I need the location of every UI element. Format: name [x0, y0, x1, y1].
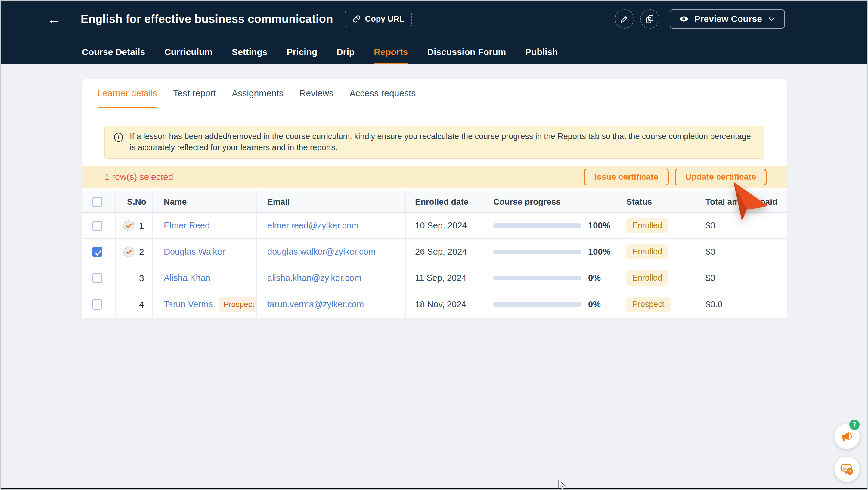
megaphone-icon — [840, 429, 854, 443]
progress-percent: 100% — [588, 247, 610, 257]
selection-bar: 1 row(s) selected Issue certificate Upda… — [83, 166, 787, 187]
reports-card: Learner details Test report Assignments … — [83, 79, 787, 317]
progress-bar — [493, 276, 582, 280]
pointer-cursor-highlight — [732, 181, 771, 223]
course-header: ← English for effective business communi… — [1, 1, 867, 64]
status-badge: Prospect — [626, 297, 671, 312]
progress-bar — [493, 249, 582, 254]
table-header-row: S.No Name Email Enrolled date Course pro… — [83, 191, 787, 213]
col-header-status: Status — [616, 191, 696, 213]
status-badge: Enrolled — [626, 244, 668, 259]
prospect-badge: Prospect — [218, 297, 257, 311]
total-amount-paid: $0 — [696, 239, 787, 265]
info-icon — [114, 132, 124, 153]
col-header-name: Name — [153, 191, 257, 213]
progress-bar — [493, 302, 582, 307]
progress-percent: 0% — [588, 273, 601, 283]
info-banner-text: If a lesson has been added/removed in th… — [130, 131, 755, 153]
nav-tab-course-details[interactable]: Course Details — [82, 47, 145, 64]
table-row: 1 Elmer Reed elmer.reed@zylker.com 10 Se… — [83, 213, 787, 239]
duplicate-course-button[interactable] — [640, 9, 659, 29]
col-header-enrolled-date: Enrolled date — [406, 191, 483, 213]
certificate-icon — [122, 219, 135, 232]
svg-text:?: ? — [848, 469, 851, 474]
select-all-checkbox[interactable] — [92, 197, 102, 207]
table-row: 2 Douglas Walker douglas.walker@zylker.c… — [83, 239, 787, 265]
col-header-sno: S.No — [116, 191, 153, 213]
status-badge: Enrolled — [626, 270, 668, 286]
row-sno: 3 — [139, 273, 144, 283]
help-chat-button[interactable]: ? — [834, 457, 860, 482]
row-checkbox[interactable] — [92, 221, 102, 231]
nav-tab-curriculum[interactable]: Curriculum — [164, 47, 213, 64]
header-divider — [70, 11, 70, 27]
announcements-count-badge: 7 — [849, 420, 860, 430]
row-checkbox[interactable] — [92, 273, 102, 283]
enrolled-date: 26 Sep, 2024 — [406, 239, 483, 265]
mouse-cursor — [558, 480, 566, 490]
row-sno: 4 — [139, 300, 144, 310]
table-row: 3 Alisha Khan alisha.khan@zylker.com 11 … — [83, 265, 787, 292]
col-header-email: Email — [257, 191, 406, 213]
nav-tab-publish[interactable]: Publish — [525, 47, 558, 64]
copy-url-label: Copy URL — [365, 14, 404, 24]
copy-url-button[interactable]: Copy URL — [345, 10, 412, 27]
subtab-assignments[interactable]: Assignments — [232, 79, 283, 108]
row-sno: 1 — [139, 221, 144, 231]
chevron-down-icon — [768, 15, 776, 23]
subtab-reviews[interactable]: Reviews — [300, 79, 334, 108]
nav-tab-drip[interactable]: Drip — [337, 47, 354, 64]
info-banner: If a lesson has been added/removed in th… — [104, 125, 765, 159]
learner-email-link[interactable]: alisha.khan@zylker.com — [267, 273, 362, 283]
edit-course-button[interactable] — [615, 9, 634, 29]
course-nav-tabs: Course Details Curriculum Settings Prici… — [82, 47, 558, 64]
total-amount-paid: $0 — [696, 265, 787, 291]
page-title: English for effective business communica… — [81, 13, 333, 26]
nav-tab-settings[interactable]: Settings — [232, 47, 267, 64]
learner-email-link[interactable]: douglas.walker@zylker.com — [267, 247, 376, 257]
progress-percent: 100% — [588, 221, 610, 231]
reports-sub-tabs: Learner details Test report Assignments … — [83, 79, 787, 109]
learner-email-link[interactable]: elmer.reed@zylker.com — [267, 221, 359, 231]
header-title-row: ← English for effective business communi… — [1, 1, 867, 37]
enrolled-date: 11 Sep, 2024 — [406, 265, 483, 291]
app-window: ← English for effective business communi… — [0, 0, 868, 490]
learner-email-link[interactable]: tarun.verma@zylker.com — [267, 300, 364, 309]
total-amount-paid: $0.0 — [696, 292, 787, 317]
back-button[interactable]: ← — [45, 12, 63, 26]
preview-course-label: Preview Course — [694, 14, 762, 24]
enrolled-date: 10 Sep, 2024 — [406, 213, 483, 238]
window-bottom-edge — [1, 488, 867, 489]
help-chat-icon: ? — [839, 462, 855, 477]
progress-percent: 0% — [588, 300, 601, 309]
learners-table: S.No Name Email Enrolled date Course pro… — [83, 191, 787, 317]
table-row: 4 Tarun VermaProspect tarun.verma@zylker… — [83, 292, 787, 317]
subtab-access-requests[interactable]: Access requests — [349, 79, 416, 108]
certificate-icon — [122, 245, 135, 258]
enrolled-date: 18 Nov, 2024 — [406, 292, 483, 317]
rows-selected-text: 1 row(s) selected — [104, 172, 173, 182]
issue-certificate-button[interactable]: Issue certificate — [584, 169, 669, 185]
row-checkbox[interactable] — [92, 300, 102, 310]
status-badge: Enrolled — [626, 218, 668, 233]
eye-icon — [679, 14, 689, 24]
learner-name-link[interactable]: Elmer Reed — [164, 221, 210, 231]
subtab-learner-details[interactable]: Learner details — [97, 79, 157, 108]
learner-name-link[interactable]: Alisha Khan — [164, 273, 210, 283]
preview-course-button[interactable]: Preview Course — [670, 9, 785, 29]
nav-tab-pricing[interactable]: Pricing — [286, 47, 317, 64]
header-actions: Preview Course — [615, 9, 785, 29]
duplicate-icon — [645, 14, 654, 24]
learner-name-link[interactable]: Tarun Verma — [164, 300, 213, 309]
nav-tab-reports[interactable]: Reports — [374, 47, 408, 64]
link-icon — [352, 15, 361, 23]
row-checkbox[interactable] — [92, 247, 102, 257]
nav-tab-discussion-forum[interactable]: Discussion Forum — [427, 47, 506, 64]
pencil-icon — [620, 14, 629, 24]
subtab-test-report[interactable]: Test report — [173, 79, 216, 108]
row-sno: 2 — [139, 247, 144, 257]
col-header-course-progress: Course progress — [483, 191, 616, 213]
progress-bar — [493, 223, 582, 228]
learner-name-link[interactable]: Douglas Walker — [164, 247, 225, 257]
